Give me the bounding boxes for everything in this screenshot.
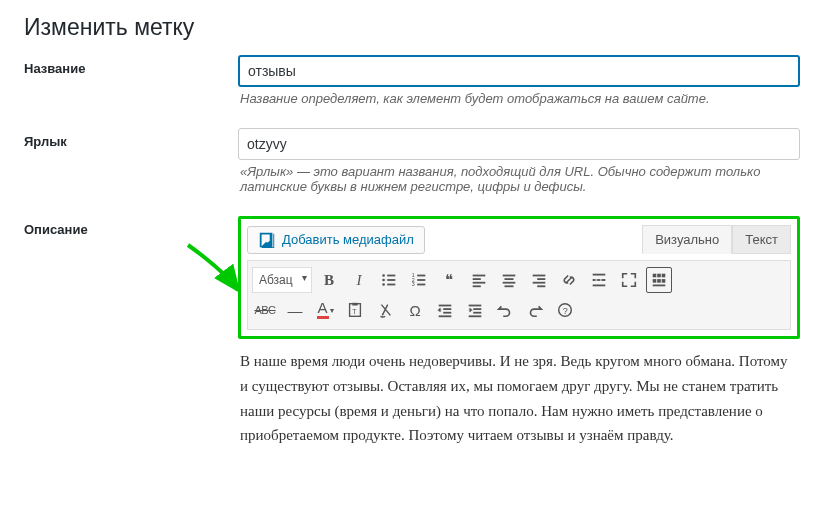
paste-text-button[interactable]: T (342, 297, 368, 323)
help-button[interactable]: ? (552, 297, 578, 323)
bold-button[interactable]: B (316, 267, 342, 293)
editor-tabs: Визуально Текст (642, 225, 791, 254)
svg-rect-22 (533, 282, 546, 284)
tab-visual[interactable]: Визуально (642, 225, 732, 254)
add-media-label: Добавить медиафайл (282, 232, 414, 247)
fullscreen-button[interactable] (616, 267, 642, 293)
svg-rect-3 (387, 279, 395, 281)
clear-formatting-button[interactable] (372, 297, 398, 323)
editor-highlight: Добавить медиафайл Визуально Текст Абзац… (238, 216, 800, 339)
svg-rect-5 (387, 284, 395, 286)
svg-rect-19 (505, 285, 514, 287)
add-media-button[interactable]: Добавить медиафайл (247, 226, 425, 254)
slug-label: Ярлык (24, 128, 238, 194)
svg-rect-17 (505, 278, 514, 280)
align-right-button[interactable] (526, 267, 552, 293)
svg-text:3: 3 (412, 281, 415, 287)
svg-rect-42 (443, 312, 451, 314)
svg-rect-38 (352, 303, 357, 306)
svg-rect-43 (439, 315, 452, 317)
bullet-list-button[interactable] (376, 267, 402, 293)
svg-rect-27 (597, 279, 600, 281)
editor-toolbar: Абзац B I 123 ❝ ABC (247, 260, 791, 330)
svg-rect-15 (473, 285, 481, 287)
svg-rect-36 (653, 285, 666, 287)
svg-rect-26 (593, 279, 596, 281)
read-more-button[interactable] (586, 267, 612, 293)
redo-button[interactable] (522, 297, 548, 323)
slug-description: «Ярлык» — это вариант названия, подходящ… (240, 164, 798, 194)
name-input[interactable] (238, 55, 800, 87)
toolbar-toggle-button[interactable] (646, 267, 672, 293)
svg-rect-34 (657, 279, 661, 283)
tab-text[interactable]: Текст (732, 225, 791, 254)
svg-rect-9 (417, 279, 425, 281)
format-select[interactable]: Абзац (252, 267, 312, 293)
blockquote-button[interactable]: ❝ (436, 267, 462, 293)
hr-button[interactable]: — (282, 297, 308, 323)
svg-rect-24 (593, 274, 606, 276)
svg-rect-20 (533, 275, 546, 277)
page-title: Изменить метку (24, 14, 800, 41)
svg-rect-21 (537, 278, 545, 280)
svg-rect-29 (593, 285, 606, 287)
svg-rect-13 (473, 278, 481, 280)
svg-rect-18 (503, 282, 516, 284)
outdent-button[interactable] (432, 297, 458, 323)
svg-rect-31 (657, 274, 661, 278)
link-button[interactable] (556, 267, 582, 293)
svg-point-4 (382, 283, 385, 286)
svg-rect-16 (503, 275, 516, 277)
svg-rect-1 (387, 275, 395, 277)
description-content[interactable]: В наше время люди очень недоверчивы. И н… (238, 349, 800, 448)
svg-rect-30 (653, 274, 657, 278)
svg-rect-35 (662, 279, 666, 283)
indent-button[interactable] (462, 297, 488, 323)
name-description: Название определяет, как элемент будет о… (240, 91, 798, 106)
svg-point-0 (382, 274, 385, 277)
undo-button[interactable] (492, 297, 518, 323)
svg-rect-12 (473, 275, 486, 277)
description-label: Описание (24, 216, 238, 448)
italic-button[interactable]: I (346, 267, 372, 293)
text-color-button[interactable]: A▾ (312, 297, 338, 323)
svg-rect-45 (473, 308, 481, 310)
svg-text:T: T (352, 307, 357, 316)
special-char-button[interactable]: Ω (402, 297, 428, 323)
svg-rect-33 (653, 279, 657, 283)
svg-rect-7 (417, 275, 425, 277)
align-left-button[interactable] (466, 267, 492, 293)
svg-rect-40 (439, 305, 452, 307)
media-icon (258, 231, 276, 249)
name-label: Название (24, 55, 238, 106)
numbered-list-button[interactable]: 123 (406, 267, 432, 293)
svg-rect-11 (417, 284, 425, 286)
svg-rect-46 (473, 312, 481, 314)
slug-input[interactable] (238, 128, 800, 160)
svg-rect-44 (469, 305, 482, 307)
svg-rect-47 (469, 315, 482, 317)
svg-point-2 (382, 279, 385, 282)
strikethrough-button[interactable]: ABC (252, 297, 278, 323)
svg-rect-28 (602, 279, 606, 281)
svg-rect-23 (537, 285, 545, 287)
svg-text:?: ? (563, 306, 568, 316)
svg-rect-14 (473, 282, 486, 284)
svg-rect-32 (662, 274, 666, 278)
svg-rect-41 (443, 308, 451, 310)
align-center-button[interactable] (496, 267, 522, 293)
